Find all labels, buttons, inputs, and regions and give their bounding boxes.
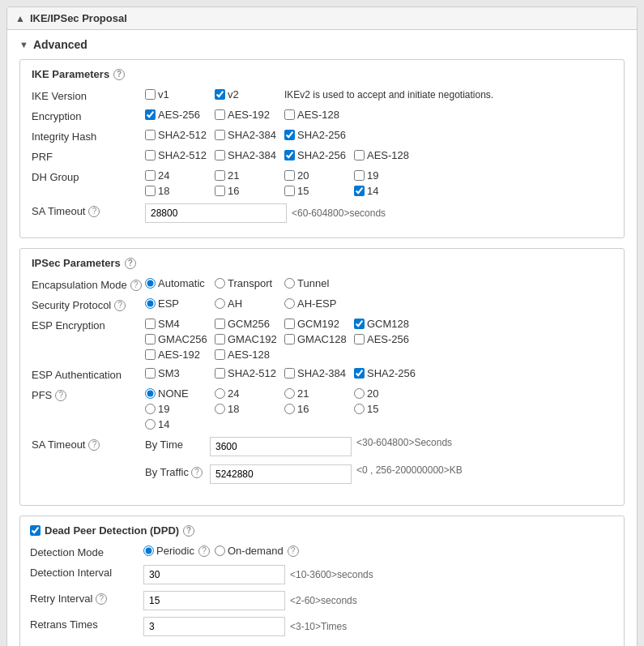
retrans-times-values: <3-10>Times [143,617,614,636]
encap-auto: Automatic [145,277,210,289]
esp-enc-row1: SM4 GCM256 GCM192 GCM128 [145,318,419,330]
esp-auth-label: ESP Authentication [32,367,145,381]
esp-gmac128-cb[interactable] [284,334,295,344]
retry-interval-input[interactable] [143,591,285,610]
ike-v2-checkbox[interactable] [215,89,225,100]
pfs-values: NONE 24 21 20 19 18 16 15 [145,387,419,430]
esp-gcm128-cb[interactable] [354,319,365,329]
enc-aes192-cb[interactable] [215,109,225,120]
dm-ondemand-radio[interactable] [215,545,225,556]
dh-15-cb[interactable] [284,186,295,196]
ih-sha384-cb[interactable] [215,130,225,140]
dh-16-cb[interactable] [215,186,225,196]
ih-sha512-cb[interactable] [145,130,156,140]
dh-21-cb[interactable] [215,170,225,181]
sa-by-traffic-row: By Traffic ? <0 , 256-200000000>KB [145,464,463,484]
retry-interval-label: Retry Interval ? [30,591,143,605]
sa-by-time-hint: <30-604800>Seconds [356,437,452,448]
esp-auth-sha512-cb[interactable] [215,368,225,379]
security-protocol-row: Security Protocol ? ESP AH [32,297,612,311]
esp-aes192-cb[interactable] [145,349,156,360]
sp-ah: AH [215,297,279,310]
dh-group-row2: 18 16 15 14 [145,185,419,197]
dh-24: 24 [145,169,210,182]
panel-content: ▼ Advanced IKE Parameters ? IKE Version [7,30,637,646]
ih-sha384: SHA2-384 [215,129,279,141]
ike-sa-timeout-label: SA Timeout ? [32,203,145,217]
pfs-help[interactable]: ? [55,390,66,401]
esp-auth-sm3-cb[interactable] [145,368,156,379]
sp-esp-radio[interactable] [145,298,156,309]
prf-sha512-cb[interactable] [145,150,156,160]
pfs-16-radio[interactable] [284,404,295,414]
sp-ahesp-radio[interactable] [284,298,295,309]
pfs-21-radio[interactable] [284,388,295,399]
prf-sha256-cb[interactable] [284,150,295,160]
pfs-18-radio[interactable] [215,404,225,414]
dh-14-cb[interactable] [354,186,365,196]
enc-aes256-cb[interactable] [145,109,156,120]
dh-18-cb[interactable] [145,186,156,196]
esp-gcm192: GCM192 [284,318,349,330]
dh-19-cb[interactable] [354,170,365,181]
esp-gcm192-cb[interactable] [284,319,295,329]
collapse-icon[interactable]: ▼ [19,40,28,49]
dh-24-cb[interactable] [145,170,156,181]
pfs-none-radio[interactable] [145,388,156,399]
integrity-hash-values: SHA2-512 SHA2-384 SHA2-256 [145,129,612,141]
sa-by-time-input[interactable] [210,437,352,456]
pfs-14-radio[interactable] [145,419,156,430]
ike-help-icon[interactable]: ? [113,69,125,80]
dpd-help[interactable]: ? [183,525,194,537]
esp-aes128-cb[interactable] [215,349,225,360]
ih-sha256-cb[interactable] [284,130,295,140]
ike-sa-timeout-help[interactable]: ? [88,206,100,217]
encap-transport-radio[interactable] [215,278,225,289]
encryption-values: AES-256 AES-192 AES-128 [145,109,612,121]
esp-gmac128: GMAC128 [284,333,349,345]
detection-interval-input[interactable] [143,565,285,584]
esp-auth-sha256-cb[interactable] [354,368,365,379]
dh-20-cb[interactable] [284,170,295,181]
esp-enc-row2: GMAC256 GMAC192 GMAC128 AES-256 [145,333,419,345]
ipsec-sa-timeout-help[interactable]: ? [88,439,100,451]
detection-mode-label: Detection Mode [30,545,143,558]
prf-label: PRF [32,149,145,163]
security-protocol-help[interactable]: ? [114,300,126,311]
dm-ondemand-help[interactable]: ? [288,545,299,557]
esp-gmac192: GMAC192 [215,333,279,345]
ike-v1-checkbox[interactable] [145,89,156,100]
encap-mode-help[interactable]: ? [130,280,142,291]
detection-mode-values: Periodic ? On-demand ? [143,545,614,557]
ipsec-title: IPSec Parameters ? [32,257,612,269]
ipsec-help-icon[interactable]: ? [125,258,136,269]
enc-aes256: AES-256 [145,109,210,121]
esp-gmac256-cb[interactable] [145,334,156,344]
esp-gmac192-cb[interactable] [215,334,225,344]
pfs-15-radio[interactable] [354,404,365,414]
retrans-times-input[interactable] [143,617,285,636]
pfs-20-radio[interactable] [354,388,365,399]
esp-auth-sha384-cb[interactable] [284,368,295,379]
sa-by-traffic-help[interactable]: ? [191,467,203,478]
encap-auto-radio[interactable] [145,278,156,289]
detection-interval-row: Detection Interval <10-3600>seconds [30,565,614,584]
sa-by-traffic-input[interactable] [210,464,352,484]
enc-aes128: AES-128 [284,109,349,121]
retry-interval-help[interactable]: ? [96,593,107,605]
dpd-checkbox[interactable] [30,525,41,536]
dm-periodic-help[interactable]: ? [198,545,210,557]
esp-gcm256-cb[interactable] [215,319,225,329]
dm-periodic-radio[interactable] [143,545,154,556]
pfs-24-radio[interactable] [215,388,225,399]
sp-ah-radio[interactable] [215,298,225,309]
enc-aes128-cb[interactable] [284,109,295,120]
esp-aes256-cb[interactable] [354,334,365,344]
prf-sha384-cb[interactable] [215,150,225,160]
ike-sa-timeout-input[interactable] [145,203,287,223]
prf-aes128-cb[interactable] [354,150,365,160]
prf-sha256: SHA2-256 [284,149,349,161]
pfs-19-radio[interactable] [145,404,156,414]
esp-sm4-cb[interactable] [145,319,156,329]
encap-tunnel-radio[interactable] [284,278,295,289]
